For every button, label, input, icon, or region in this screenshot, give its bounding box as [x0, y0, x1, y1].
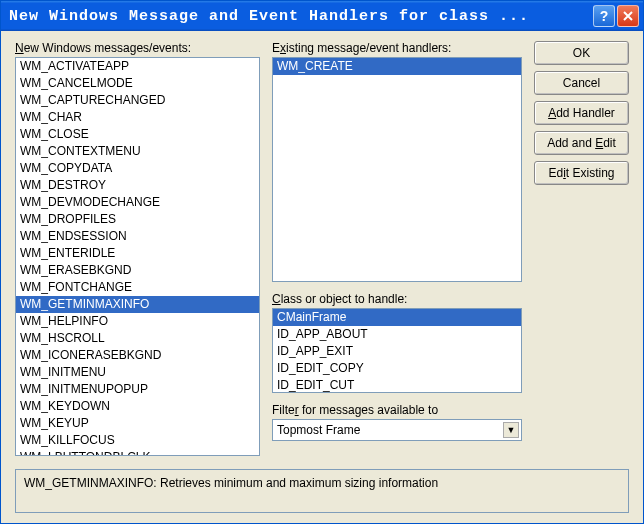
- close-icon: [623, 11, 633, 21]
- list-item[interactable]: WM_ICONERASEBKGND: [16, 347, 259, 364]
- ok-button[interactable]: OK: [534, 41, 629, 65]
- dialog-window: New Windows Message and Event Handlers f…: [0, 0, 644, 524]
- new-messages-list[interactable]: WM_ACTIVATEAPPWM_CANCELMODEWM_CAPTURECHA…: [15, 57, 260, 456]
- help-button[interactable]: ?: [593, 5, 615, 27]
- filter-value: Topmost Frame: [277, 423, 360, 437]
- add-and-edit-button[interactable]: Add and Edit: [534, 131, 629, 155]
- list-item[interactable]: WM_ERASEBKGND: [16, 262, 259, 279]
- list-item[interactable]: WM_DEVMODECHANGE: [16, 194, 259, 211]
- list-item[interactable]: WM_ENTERIDLE: [16, 245, 259, 262]
- list-item[interactable]: WM_CREATE: [273, 58, 521, 75]
- list-item[interactable]: ID_APP_ABOUT: [273, 326, 521, 343]
- list-item[interactable]: WM_LBUTTONDBLCLK: [16, 449, 259, 456]
- add-handler-button[interactable]: Add Handler: [534, 101, 629, 125]
- list-item[interactable]: WM_KEYUP: [16, 415, 259, 432]
- filter-select[interactable]: Topmost Frame ▼: [272, 419, 522, 441]
- existing-handlers-list[interactable]: WM_CREATE: [272, 57, 522, 282]
- list-item[interactable]: WM_KILLFOCUS: [16, 432, 259, 449]
- list-item[interactable]: WM_GETMINMAXINFO: [16, 296, 259, 313]
- cancel-button[interactable]: Cancel: [534, 71, 629, 95]
- new-messages-label: New Windows messages/events:: [15, 41, 260, 55]
- filter-label: Filter for messages available to: [272, 403, 522, 417]
- status-description: WM_GETMINMAXINFO: Retrieves minimum and …: [15, 469, 629, 513]
- list-item[interactable]: WM_ENDSESSION: [16, 228, 259, 245]
- list-item[interactable]: CMainFrame: [273, 309, 521, 326]
- existing-handlers-label: Existing message/event handlers:: [272, 41, 522, 55]
- list-item[interactable]: ID_EDIT_CUT: [273, 377, 521, 393]
- list-item[interactable]: WM_CANCELMODE: [16, 75, 259, 92]
- list-item[interactable]: WM_KEYDOWN: [16, 398, 259, 415]
- chevron-down-icon: ▼: [503, 422, 519, 438]
- list-item[interactable]: WM_FONTCHANGE: [16, 279, 259, 296]
- list-item[interactable]: WM_INITMENUPOPUP: [16, 381, 259, 398]
- list-item[interactable]: WM_HELPINFO: [16, 313, 259, 330]
- list-item[interactable]: ID_EDIT_COPY: [273, 360, 521, 377]
- list-item[interactable]: WM_COPYDATA: [16, 160, 259, 177]
- class-list[interactable]: CMainFrameID_APP_ABOUTID_APP_EXITID_EDIT…: [272, 308, 522, 393]
- list-item[interactable]: WM_CHAR: [16, 109, 259, 126]
- list-item[interactable]: WM_INITMENU: [16, 364, 259, 381]
- list-item[interactable]: WM_ACTIVATEAPP: [16, 58, 259, 75]
- list-item[interactable]: WM_DROPFILES: [16, 211, 259, 228]
- titlebar: New Windows Message and Event Handlers f…: [1, 1, 643, 31]
- list-item[interactable]: WM_CONTEXTMENU: [16, 143, 259, 160]
- close-button[interactable]: [617, 5, 639, 27]
- content-area: New Windows messages/events: WM_ACTIVATE…: [1, 31, 643, 461]
- list-item[interactable]: WM_HSCROLL: [16, 330, 259, 347]
- list-item[interactable]: ID_APP_EXIT: [273, 343, 521, 360]
- list-item[interactable]: WM_DESTROY: [16, 177, 259, 194]
- class-list-label: Class or object to handle:: [272, 292, 522, 306]
- list-item[interactable]: WM_CLOSE: [16, 126, 259, 143]
- window-title: New Windows Message and Event Handlers f…: [9, 8, 591, 25]
- edit-existing-button[interactable]: Edit Existing: [534, 161, 629, 185]
- list-item[interactable]: WM_CAPTURECHANGED: [16, 92, 259, 109]
